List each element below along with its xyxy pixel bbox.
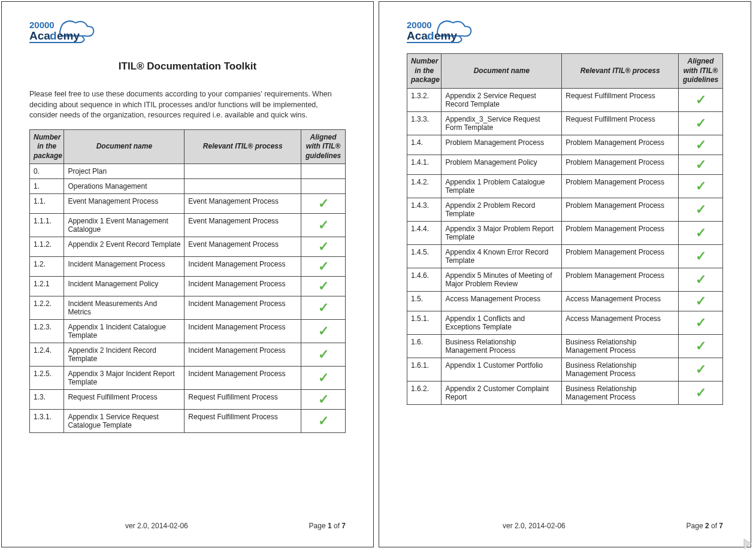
cell-document-name: Problem Management Policy: [441, 155, 562, 174]
checkmark-icon: ✓: [318, 196, 329, 211]
table-row: 0.Project Plan: [30, 164, 346, 179]
cell-number: 1.3.1.: [30, 410, 64, 433]
svg-text:Aca: Aca: [29, 29, 50, 42]
svg-text:d: d: [50, 29, 57, 42]
svg-text:20000: 20000: [407, 20, 432, 30]
cell-aligned: ✓: [301, 257, 346, 277]
th-number: Number in the package: [407, 54, 441, 89]
cell-aligned: ✓: [679, 198, 723, 221]
checkmark-icon: ✓: [318, 239, 329, 254]
checkmark-icon: ✓: [695, 293, 706, 308]
cell-process: Incident Management Process: [185, 320, 301, 343]
cell-aligned: ✓: [301, 277, 346, 296]
checkmark-icon: ✓: [695, 137, 706, 152]
checkmark-icon: ✓: [318, 392, 329, 407]
cell-aligned: ✓: [679, 381, 723, 404]
cell-process: Event Management Process: [185, 237, 301, 257]
cell-aligned: ✓: [679, 155, 723, 174]
footer-version: ver 2.0, 2014-02-06: [503, 522, 566, 530]
cell-number: 0.: [30, 164, 64, 179]
cell-aligned: ✓: [301, 390, 346, 410]
checkmark-icon: ✓: [318, 300, 329, 315]
th-docname: Document name: [441, 54, 562, 89]
cell-aligned: ✓: [679, 221, 723, 244]
documents-table-page1: Number in the package Document name Rele…: [29, 129, 346, 434]
cell-process: Event Management Process: [185, 214, 301, 237]
cell-document-name: Business Relationship Management Process: [441, 334, 562, 358]
cell-document-name: Appendix 5 Minutes of Meeting of Major P…: [441, 268, 562, 291]
cell-aligned: ✓: [301, 320, 346, 343]
cell-process: Event Management Process: [185, 194, 301, 214]
cell-number: 1.1.2.: [30, 237, 64, 257]
cell-document-name: Access Management Process: [441, 291, 562, 311]
cell-number: 1.: [30, 179, 64, 194]
svg-text:emy: emy: [434, 29, 457, 42]
cell-number: 1.1.: [30, 194, 64, 214]
cell-number: 1.6.2.: [407, 381, 441, 404]
cell-process: Request Fulfillment Process: [562, 111, 679, 135]
documents-table-page2: Number in the package Document name Rele…: [407, 53, 723, 405]
svg-text:Aca: Aca: [407, 29, 428, 42]
cell-number: 1.2.3.: [30, 320, 64, 343]
document-title: ITIL® Documentation Toolkit: [29, 60, 346, 72]
cell-aligned: ✓: [679, 311, 723, 334]
table-row: 1.4.4.Appendix 3 Major Problem Report Te…: [407, 221, 723, 244]
cell-number: 1.4.6.: [407, 268, 441, 291]
cell-process: Access Management Process: [562, 291, 679, 311]
cell-number: 1.3.: [30, 390, 64, 410]
cell-document-name: Event Management Process: [64, 194, 185, 214]
cell-number: 1.2.2.: [30, 296, 64, 320]
document-page-1: 20000 Aca d emy ITIL® Documentation Tool…: [1, 1, 374, 547]
cell-process: Problem Management Process: [562, 268, 679, 291]
cell-process: [185, 179, 301, 194]
footer-page: Page 1 of 7: [309, 522, 346, 530]
checkmark-icon: ✓: [318, 323, 329, 338]
cell-document-name: Appendix 1 Conflicts and Exceptions Temp…: [441, 311, 562, 334]
th-aligned: Aligned with ITIL® guidelines: [301, 129, 346, 164]
cell-aligned: ✓: [679, 268, 723, 291]
footer-page: Page 2 of 7: [687, 522, 723, 530]
table-row: 1.5.Access Management ProcessAccess Mana…: [407, 291, 723, 311]
cell-process: Request Fulfillment Process: [185, 410, 301, 433]
cell-process: Problem Management Process: [562, 155, 679, 174]
cell-number: 1.4.: [407, 135, 441, 155]
svg-text:d: d: [427, 29, 434, 42]
table-row: 1.4.6.Appendix 5 Minutes of Meeting of M…: [407, 268, 723, 291]
cell-number: 1.3.3.: [407, 111, 441, 135]
cell-aligned: ✓: [679, 244, 723, 268]
cell-process: [185, 164, 301, 179]
cell-number: 1.3.2.: [407, 88, 441, 111]
checkmark-icon: ✓: [318, 370, 329, 385]
page-footer: ver 2.0, 2014-02-06 Page 2 of 7: [407, 522, 723, 530]
cell-number: 1.5.1.: [407, 311, 441, 334]
cell-process: Problem Management Process: [562, 135, 679, 155]
table-row: 1.Operations Management: [30, 179, 346, 194]
cell-aligned: ✓: [301, 237, 346, 257]
table-row: 1.3.3.Appendix_3_Service Request Form Te…: [407, 111, 723, 135]
cell-number: 1.4.2.: [407, 174, 441, 198]
cell-process: Problem Management Process: [562, 244, 679, 268]
cell-document-name: Appendix 2 Incident Record Template: [64, 343, 185, 367]
cell-document-name: Appendix 1 Problem Catalogue Template: [441, 174, 562, 198]
cell-aligned: ✓: [679, 88, 723, 111]
cell-aligned: ✓: [301, 343, 346, 367]
checkmark-icon: ✓: [695, 225, 706, 240]
cell-aligned: ✓: [679, 291, 723, 311]
cell-document-name: Appendix 3 Major Problem Report Template: [441, 221, 562, 244]
table-row: 1.2.1Incident Management PolicyIncident …: [30, 277, 346, 296]
th-aligned: Aligned with ITIL® guidelines: [679, 54, 723, 89]
cell-document-name: Request Fulfillment Process: [64, 390, 185, 410]
cell-aligned: [301, 164, 346, 179]
table-row: 1.1.2.Appendix 2 Event Record TemplateEv…: [30, 237, 346, 257]
checkmark-icon: ✓: [318, 217, 329, 232]
cell-process: Business Relationship Management Process: [562, 358, 679, 381]
table-row: 1.1.Event Management ProcessEvent Manage…: [30, 194, 346, 214]
cell-document-name: Appendix_3_Service Request Form Template: [441, 111, 562, 135]
footer-version: ver 2.0, 2014-02-06: [125, 522, 188, 530]
cell-process: Problem Management Process: [562, 198, 679, 221]
cell-aligned: ✓: [301, 194, 346, 214]
next-page-arrow-icon[interactable]: [742, 538, 754, 553]
cell-document-name: Appendix 2 Service Request Record Templa…: [441, 88, 562, 111]
table-row: 1.2.Incident Management ProcessIncident …: [30, 257, 346, 277]
cell-process: Incident Management Process: [185, 257, 301, 277]
